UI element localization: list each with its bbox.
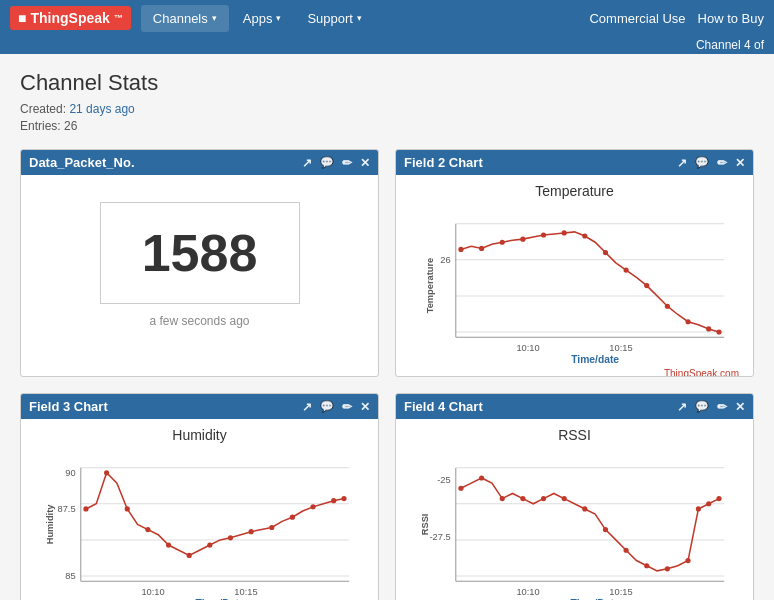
external-link-icon[interactable]: ↗: [302, 156, 312, 170]
widget-icons-1: ↗ 💬 ✏ ✕: [302, 156, 370, 170]
widget-title-2: Field 2 Chart: [404, 155, 677, 170]
svg-point-70: [582, 506, 587, 511]
widget-data-packet: Data_Packet_No. ↗ 💬 ✏ ✕ 1588 a few secon…: [20, 149, 379, 377]
close-icon[interactable]: ✕: [360, 156, 370, 170]
svg-point-39: [104, 470, 109, 475]
widget-body-4: RSSI -25 -27.5 10:10: [396, 419, 753, 600]
navbar: ■ ThingSpeak™ Channels ▾ Apps ▾ Support …: [0, 0, 774, 36]
svg-point-74: [665, 566, 670, 571]
how-to-buy-link[interactable]: How to Buy: [698, 11, 764, 26]
brand-tm: ™: [114, 13, 123, 23]
humidity-chart: Humidity 90 87.5 85: [31, 427, 368, 600]
svg-text:10:15: 10:15: [234, 587, 257, 597]
svg-text:10:10: 10:10: [141, 587, 164, 597]
svg-text:10:15: 10:15: [609, 587, 632, 597]
svg-text:RSSI: RSSI: [420, 514, 430, 536]
svg-point-38: [83, 506, 88, 511]
comment-icon[interactable]: 💬: [695, 156, 709, 169]
svg-point-73: [644, 563, 649, 568]
rssi-chart: RSSI -25 -27.5 10:10: [406, 427, 743, 600]
page-title: Channel Stats: [20, 70, 754, 96]
widget-title-1: Data_Packet_No.: [29, 155, 302, 170]
svg-point-44: [207, 542, 212, 547]
commercial-use-link[interactable]: Commercial Use: [589, 11, 685, 26]
svg-point-42: [166, 542, 171, 547]
temperature-svg: 26 10:10 10:15 Time/date Temperature: [406, 203, 743, 363]
external-link-icon[interactable]: ↗: [677, 400, 687, 414]
svg-text:Time/date: Time/date: [571, 354, 619, 365]
comment-icon[interactable]: 💬: [320, 156, 334, 169]
widget-body-1: 1588 a few seconds ago: [21, 175, 378, 355]
svg-text:90: 90: [65, 468, 75, 478]
svg-point-13: [500, 240, 505, 245]
svg-point-68: [541, 496, 546, 501]
widget-icons-2: ↗ 💬 ✏ ✕: [677, 156, 745, 170]
comment-icon[interactable]: 💬: [695, 400, 709, 413]
chevron-down-icon: ▾: [276, 13, 281, 23]
svg-point-21: [665, 304, 670, 309]
svg-point-18: [603, 250, 608, 255]
svg-point-12: [479, 246, 484, 251]
widgets-grid: Data_Packet_No. ↗ 💬 ✏ ✕ 1588 a few secon…: [20, 149, 754, 600]
close-icon[interactable]: ✕: [735, 156, 745, 170]
chevron-down-icon: ▾: [212, 13, 217, 23]
chart-title-4: RSSI: [406, 427, 743, 443]
temperature-chart: Temperature 26 10:10 10: [406, 183, 743, 368]
svg-point-51: [341, 496, 346, 501]
widget-temperature: Field 2 Chart ↗ 💬 ✏ ✕ Temperature: [395, 149, 754, 377]
svg-text:87.5: 87.5: [58, 504, 76, 514]
chart-title-3: Humidity: [31, 427, 368, 443]
svg-point-15: [541, 232, 546, 237]
svg-text:Temperature: Temperature: [425, 258, 435, 314]
svg-point-41: [145, 527, 150, 532]
svg-point-43: [187, 553, 192, 558]
external-link-icon[interactable]: ↗: [302, 400, 312, 414]
svg-point-20: [644, 283, 649, 288]
widget-humidity: Field 3 Chart ↗ 💬 ✏ ✕ Humidity: [20, 393, 379, 600]
svg-point-16: [562, 230, 567, 235]
entries-meta: Entries: 26: [20, 119, 754, 133]
svg-text:-25: -25: [437, 475, 450, 485]
chart-title-2: Temperature: [406, 183, 743, 199]
edit-icon[interactable]: ✏: [717, 156, 727, 170]
close-icon[interactable]: ✕: [735, 400, 745, 414]
svg-point-45: [228, 535, 233, 540]
credit-2: ThingSpeak.com: [406, 368, 743, 377]
edit-icon[interactable]: ✏: [342, 400, 352, 414]
brand-logo[interactable]: ■ ThingSpeak™: [10, 6, 131, 30]
svg-point-19: [624, 268, 629, 273]
humidity-svg: 90 87.5 85 10:10 10:15 Time/Date Humidit…: [31, 447, 368, 600]
svg-point-22: [685, 319, 690, 324]
svg-text:10:15: 10:15: [609, 343, 632, 353]
nav-support[interactable]: Support ▾: [295, 5, 374, 32]
nav-right: Commercial Use How to Buy: [589, 11, 764, 26]
nav-channels[interactable]: Channels ▾: [141, 5, 229, 32]
svg-point-71: [603, 527, 608, 532]
widget-header-3: Field 3 Chart ↗ 💬 ✏ ✕: [21, 394, 378, 419]
comment-icon[interactable]: 💬: [320, 400, 334, 413]
svg-text:85: 85: [65, 571, 75, 581]
edit-icon[interactable]: ✏: [342, 156, 352, 170]
svg-point-66: [500, 496, 505, 501]
page-content: Channel Stats Created: 21 days ago Entri…: [0, 54, 774, 600]
widget-title-4: Field 4 Chart: [404, 399, 677, 414]
created-link[interactable]: 21 days ago: [69, 102, 134, 116]
nav-apps[interactable]: Apps ▾: [231, 5, 294, 32]
chevron-down-icon: ▾: [357, 13, 362, 23]
widget-icons-3: ↗ 💬 ✏ ✕: [302, 400, 370, 414]
widget-header-1: Data_Packet_No. ↗ 💬 ✏ ✕: [21, 150, 378, 175]
external-link-icon[interactable]: ↗: [677, 156, 687, 170]
close-icon[interactable]: ✕: [360, 400, 370, 414]
svg-text:-27.5: -27.5: [429, 532, 450, 542]
svg-point-46: [249, 529, 254, 534]
brand-icon: ■: [18, 10, 26, 26]
svg-point-75: [685, 558, 690, 563]
svg-point-65: [479, 475, 484, 480]
svg-point-64: [458, 486, 463, 491]
edit-icon[interactable]: ✏: [717, 400, 727, 414]
svg-point-77: [706, 501, 711, 506]
widget-title-3: Field 3 Chart: [29, 399, 302, 414]
svg-point-23: [706, 326, 711, 331]
svg-point-14: [520, 237, 525, 242]
svg-point-49: [310, 504, 315, 509]
